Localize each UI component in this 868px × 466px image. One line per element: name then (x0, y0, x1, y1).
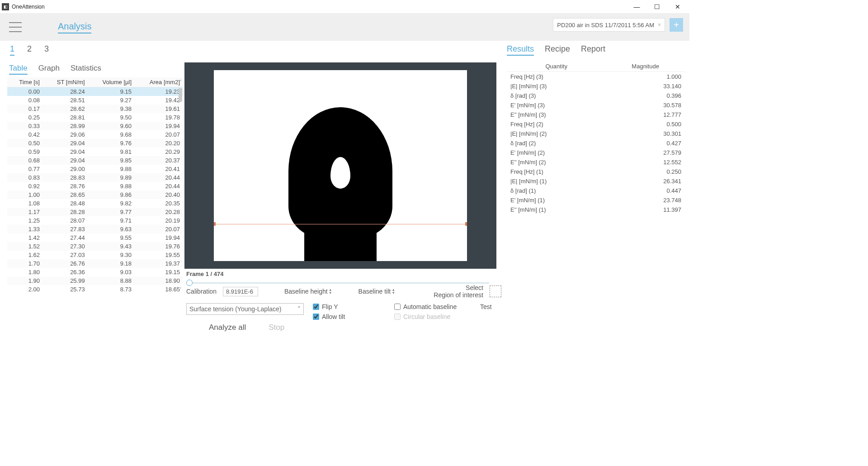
results-row[interactable]: Freq [Hz] (3)1.000 (507, 72, 685, 82)
baseline-tilt-stepper[interactable]: ▲▼ (392, 288, 395, 295)
right-panel: ResultsRecipeReport Quantity Magnitude F… (503, 41, 685, 371)
table-row[interactable]: 1.3327.839.6320.07 (7, 225, 183, 233)
window-maximize-button[interactable]: ☐ (647, 0, 667, 14)
table-row[interactable]: 0.0028.249.1519.23 (7, 87, 183, 96)
table-row[interactable]: 1.8026.369.0319.15 (7, 268, 183, 276)
flip-y-checkbox[interactable]: Flip Y (313, 303, 394, 310)
table-row[interactable]: 1.9025.998.8818.90 (7, 276, 183, 285)
table-row[interactable]: 0.5029.049.7620.20 (7, 139, 183, 147)
table-row[interactable]: 0.7729.009.8820.41 (7, 165, 183, 173)
table-row[interactable]: 1.5227.309.4319.76 (7, 242, 183, 251)
document-tab-label: PD200 air in SDS 11/7/2011 5:56 AM (557, 22, 654, 29)
right-tab-report[interactable]: Report (581, 44, 605, 56)
table-row[interactable]: 1.1728.289.7720.28 (7, 208, 183, 216)
roi-select-button[interactable] (490, 285, 501, 297)
results-row[interactable]: δ [rad] (2)0.427 (507, 138, 685, 148)
data-col-header[interactable]: Area [mm2] (134, 77, 183, 87)
results-row[interactable]: Freq [Hz] (1)0.250 (507, 167, 685, 176)
chevron-down-icon: ˅ (297, 305, 301, 313)
left-panel: 123 TableGraphStatistics Time [s]ST [mN/… (5, 41, 183, 371)
analysis-method-select[interactable]: Surface tension (Young-Laplace) ˅ (186, 303, 304, 315)
data-col-header[interactable]: Volume [µl] (88, 77, 134, 87)
stop-button[interactable]: Stop (264, 321, 289, 334)
right-tab-results[interactable]: Results (507, 44, 534, 56)
mode-tab-analysis[interactable]: Analysis (58, 21, 91, 33)
right-tab-recipe[interactable]: Recipe (545, 44, 570, 56)
run-tab-3[interactable]: 3 (44, 44, 49, 56)
table-row[interactable]: 0.0828.519.2719.42 (7, 96, 183, 105)
table-row[interactable]: 0.2528.819.5019.78 (7, 113, 183, 122)
analysis-method-value: Surface tension (Young-Laplace) (189, 305, 281, 313)
analyze-all-button[interactable]: Analyze all (204, 321, 250, 334)
menu-icon[interactable] (9, 22, 22, 32)
close-icon[interactable]: × (658, 22, 661, 28)
data-col-header[interactable]: Time [s] (7, 77, 42, 87)
run-tab-2[interactable]: 2 (27, 44, 32, 56)
calibration-label: Calibration (186, 288, 217, 295)
run-tab-1[interactable]: 1 (10, 44, 14, 56)
allow-tilt-checkbox[interactable]: Allow tilt (313, 313, 394, 320)
add-tab-button[interactable]: + (670, 18, 683, 32)
table-row[interactable]: 0.3328.999.6019.94 (7, 122, 183, 130)
data-col-header[interactable]: ST [mN/m] (42, 77, 88, 87)
baseline-tilt-label: Baseline tilt (359, 288, 391, 295)
baseline-handle-left[interactable] (214, 222, 216, 226)
run-tabs: 123 (10, 44, 183, 56)
results-row[interactable]: E' [mN/m] (2)27.579 (507, 148, 685, 157)
app-header: Analysis PD200 air in SDS 11/7/2011 5:56… (0, 14, 689, 41)
scroll-down-icon[interactable]: ˅ (179, 287, 182, 292)
window-close-button[interactable]: ✕ (667, 0, 688, 14)
test-button[interactable]: Test (480, 303, 492, 310)
app-title: OneAttension (12, 4, 45, 10)
image-frame (184, 62, 496, 269)
table-row[interactable]: 1.6227.039.3019.55 (7, 251, 183, 259)
automatic-baseline-checkbox[interactable]: Automatic baseline (394, 303, 480, 310)
results-row[interactable]: Freq [Hz] (2)0.500 (507, 119, 685, 129)
scrollbar[interactable]: ˄ ˅ (178, 77, 183, 294)
window-titlebar: ◧ OneAttension — ☐ ✕ (0, 0, 689, 14)
results-row[interactable]: E' [mN/m] (1)23.748 (507, 195, 685, 205)
results-tabs: ResultsRecipeReport (507, 44, 685, 56)
baseline-line[interactable] (214, 224, 467, 224)
baseline-handle-right[interactable] (465, 222, 467, 226)
table-row[interactable]: 0.6829.049.8520.37 (7, 156, 183, 165)
table-row[interactable]: 0.5929.049.8120.29 (7, 147, 183, 156)
table-row[interactable]: 1.7026.769.1819.37 (7, 259, 183, 268)
frame-slider-thumb[interactable] (186, 280, 193, 286)
table-row[interactable]: 0.4229.069.6820.07 (7, 130, 183, 139)
frame-slider[interactable] (186, 279, 489, 280)
baseline-height-stepper[interactable]: ▲▼ (329, 288, 332, 295)
results-row[interactable]: |E| [mN/m] (1)26.341 (507, 176, 685, 186)
view-tabs: TableGraphStatistics (9, 64, 183, 75)
results-row[interactable]: E'' [mN/m] (1)11.397 (507, 205, 685, 214)
window-minimize-button[interactable]: — (627, 0, 647, 14)
table-row[interactable]: 1.0828.489.8220.35 (7, 199, 183, 208)
results-row[interactable]: E'' [mN/m] (2)12.552 (507, 157, 685, 167)
table-row[interactable]: 2.0025.738.7318.65 (7, 285, 183, 294)
frame-caption: Frame 1 / 474 (186, 271, 501, 277)
table-row[interactable]: 0.9228.769.8820.44 (7, 182, 183, 190)
results-row[interactable]: |E| [mN/m] (2)30.301 (507, 129, 685, 138)
table-row[interactable]: 1.2528.079.7120.19 (7, 216, 183, 225)
results-row[interactable]: E' [mN/m] (3)30.578 (507, 100, 685, 110)
document-tab[interactable]: PD200 air in SDS 11/7/2011 5:56 AM × (553, 18, 665, 32)
roi-label-2: Region of interest (434, 291, 483, 299)
results-row[interactable]: E'' [mN/m] (3)12.777 (507, 110, 685, 119)
view-tab-table[interactable]: Table (9, 64, 28, 75)
view-tab-graph[interactable]: Graph (38, 64, 60, 75)
table-row[interactable]: 1.4227.449.5519.94 (7, 233, 183, 242)
table-row[interactable]: 0.8328.839.8920.44 (7, 173, 183, 182)
scroll-up-icon[interactable]: ˄ (179, 79, 182, 84)
results-row[interactable]: δ [rad] (1)0.447 (507, 186, 685, 195)
view-tab-statistics[interactable]: Statistics (71, 64, 101, 75)
drop-image[interactable] (214, 70, 467, 261)
scroll-thumb[interactable] (179, 88, 182, 102)
table-row[interactable]: 1.0028.659.8620.40 (7, 190, 183, 199)
results-col-quantity: Quantity (507, 61, 606, 72)
table-row[interactable]: 0.1728.629.3819.61 (7, 105, 183, 113)
results-row[interactable]: δ [rad] (3)0.396 (507, 91, 685, 100)
center-panel: Frame 1 / 474 Calibration 8.9191E-6 Base… (183, 41, 503, 371)
data-table: Time [s]ST [mN/m]Volume [µl]Area [mm2] 0… (7, 77, 183, 294)
calibration-value[interactable]: 8.9191E-6 (223, 287, 258, 296)
results-row[interactable]: |E| [mN/m] (3)33.140 (507, 81, 685, 91)
